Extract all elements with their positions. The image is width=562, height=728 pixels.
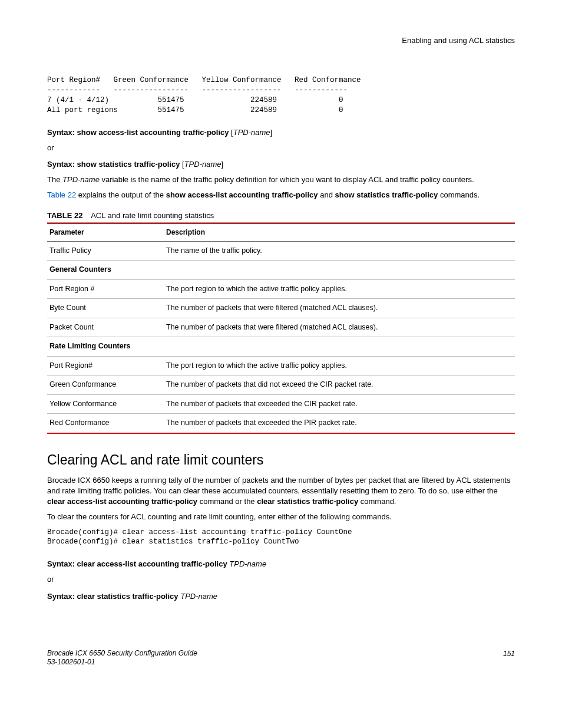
table-header-param: Parameter: [47, 223, 164, 241]
syntax-command: clear access-list accounting traffic-pol…: [77, 559, 227, 568]
table-row: Rate Limiting Counters: [47, 337, 515, 357]
table-title: ACL and rate limit counting statistics: [91, 211, 214, 220]
table-row: Traffic PolicyThe name of the traffic po…: [47, 241, 515, 261]
page-footer: Brocade ICX 6650 Security Configuration …: [47, 649, 515, 667]
param-cell: Byte Count: [47, 299, 164, 318]
or-text: or: [47, 143, 515, 153]
syntax-arg: TPD-name: [184, 160, 222, 169]
param-cell: Rate Limiting Counters: [47, 337, 164, 357]
page-header: Enabling and using ACL statistics: [47, 35, 515, 46]
table-row: Yellow ConformanceThe number of packets …: [47, 394, 515, 414]
syntax-line: Syntax: show statistics traffic-policy […: [47, 159, 515, 170]
desc-cell: The port region to which the active traf…: [164, 279, 515, 299]
cli-output-block: Port Region# Green Conformance Yellow Co…: [47, 75, 515, 116]
param-cell: General Counters: [47, 261, 164, 280]
header-title: Enabling and using ACL statistics: [402, 36, 515, 45]
section-heading: Clearing ACL and rate limit counters: [47, 450, 515, 469]
footer-doc-title: Brocade ICX 6650 Security Configuration …: [47, 649, 197, 657]
syntax-arg: TPD-name: [180, 592, 217, 601]
desc-cell: The name of the traffic policy.: [164, 241, 515, 261]
table-row: Port Region #The port region to which th…: [47, 279, 515, 299]
table-row: Packet CountThe number of packets that w…: [47, 318, 515, 337]
paragraph: Table 22 explains the output of the show…: [47, 190, 515, 200]
syntax-arg: TPD-name: [229, 559, 266, 568]
syntax-command: show statistics traffic-policy: [77, 160, 180, 169]
param-cell: Packet Count: [47, 318, 164, 337]
syntax-line: Syntax: show access-list accounting traf…: [47, 127, 515, 138]
param-cell: Red Conformance: [47, 414, 164, 433]
table-row: Byte CountThe number of packets that wer…: [47, 299, 515, 318]
param-cell: Yellow Conformance: [47, 394, 164, 414]
desc-cell: The number of packets that exceeded the …: [164, 394, 515, 414]
table-number: TABLE 22: [47, 211, 82, 220]
desc-cell: The number of packets that exceeded the …: [164, 414, 515, 433]
syntax-line: Syntax: clear access-list accounting tra…: [47, 559, 515, 569]
desc-cell: The number of packets that were filtered…: [164, 299, 515, 318]
syntax-label: Syntax:: [47, 592, 75, 601]
syntax-label: Syntax:: [47, 160, 75, 169]
table-row: Red ConformanceThe number of packets tha…: [47, 414, 515, 433]
desc-cell: The number of packets that did not excee…: [164, 375, 515, 395]
syntax-label: Syntax:: [47, 128, 75, 137]
param-cell: Traffic Policy: [47, 241, 164, 261]
syntax-command: clear statistics traffic-policy: [77, 592, 178, 601]
table-caption: TABLE 22 ACL and rate limit counting sta…: [47, 210, 515, 223]
page-number: 151: [503, 649, 515, 667]
table-link[interactable]: Table 22: [47, 190, 76, 199]
desc-cell: The number of packets that were filtered…: [164, 318, 515, 337]
syntax-line: Syntax: clear statistics traffic-policy …: [47, 591, 515, 602]
cli-input-block: Brocade(config)# clear access-list accou…: [47, 528, 515, 548]
parameters-table: Parameter Description Traffic PolicyThe …: [47, 223, 515, 434]
footer-doc-id: 53-1002601-01: [47, 658, 95, 666]
syntax-command: show access-list accounting traffic-poli…: [77, 128, 229, 137]
desc-cell: The port region to which the active traf…: [164, 356, 515, 375]
param-cell: Port Region#: [47, 356, 164, 375]
table-row: Green ConformanceThe number of packets t…: [47, 375, 515, 395]
syntax-label: Syntax:: [47, 559, 75, 568]
table-row: Port Region#The port region to which the…: [47, 356, 515, 375]
paragraph: To clear the counters for ACL counting a…: [47, 512, 515, 522]
desc-cell: [164, 337, 515, 357]
syntax-arg: TPD-name: [233, 128, 270, 137]
paragraph: Brocade ICX 6650 keeps a running tally o…: [47, 475, 515, 508]
param-cell: Green Conformance: [47, 375, 164, 395]
desc-cell: [164, 261, 515, 280]
paragraph: The TPD-name variable is the name of the…: [47, 174, 515, 185]
table-row: General Counters: [47, 261, 515, 280]
table-header-desc: Description: [164, 223, 515, 241]
or-text: or: [47, 574, 515, 585]
param-cell: Port Region #: [47, 279, 164, 299]
